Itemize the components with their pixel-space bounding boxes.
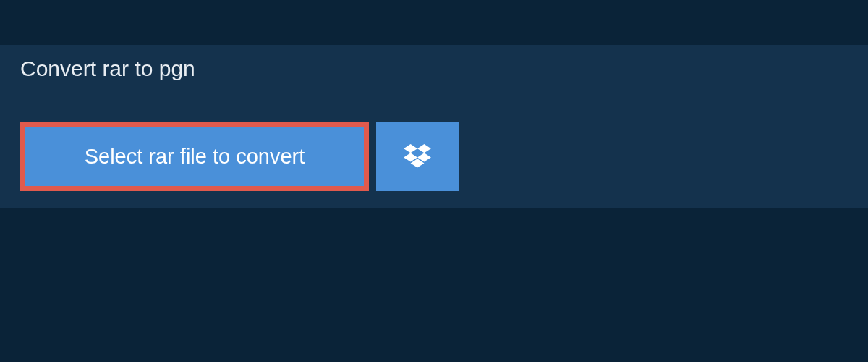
tab-title: Convert rar to pgn xyxy=(20,56,195,81)
dropbox-button[interactable] xyxy=(376,122,459,191)
converter-tab[interactable]: Convert rar to pgn xyxy=(0,45,289,92)
button-row: Select rar file to convert xyxy=(20,122,459,191)
dropbox-icon xyxy=(404,144,431,169)
select-file-label: Select rar file to convert xyxy=(85,145,305,169)
select-file-button[interactable]: Select rar file to convert xyxy=(20,122,369,191)
